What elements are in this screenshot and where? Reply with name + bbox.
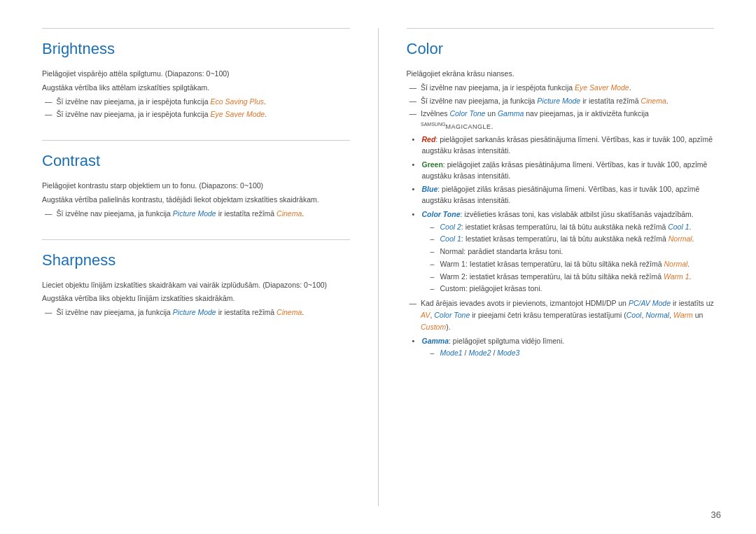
picture-mode-highlight: Picture Mode	[173, 209, 216, 218]
cinema-highlight: Cinema	[276, 209, 302, 218]
right-column: Color Pielāgojiet ekrāna krāsu nianses. …	[407, 28, 715, 506]
eye-saver-highlight: Eye Saver Mode	[211, 110, 265, 118]
contrast-title: Contrast	[42, 140, 350, 170]
cool-highlight: Cool	[626, 311, 642, 319]
color-note1: ― Šī izvēlne nav pieejama, ja ir iespējo…	[407, 82, 715, 94]
bullet-color-tone: Color Tone: izvēlieties krāsas toni, kas…	[412, 209, 715, 295]
warm-highlight: Warm	[673, 311, 693, 319]
bullet-blue: Blue: pielāgojiet zilās krāsas piesātinā…	[412, 184, 715, 206]
color-title: Color	[407, 28, 715, 58]
note-dash: ―	[410, 95, 417, 107]
brightness-section: Brightness Pielāgojiet vispārējo attēla …	[42, 28, 350, 120]
color-tone-highlight2: Color Tone	[434, 311, 470, 319]
bullet-red: Red: pielāgojiet sarkanās krāsas piesāti…	[412, 134, 715, 157]
gamma-bullet-list: Gamma: pielāgojiet spilgtuma vidējo līme…	[407, 336, 715, 360]
gamma-term: Gamma	[422, 337, 449, 345]
custom-highlight: Custom	[421, 323, 446, 331]
gamma-sublist: Mode1 / Mode2 / Mode3	[422, 348, 715, 359]
warm1-term: Warm 1	[440, 260, 465, 268]
cool2-term: Cool 2	[440, 223, 461, 231]
contrast-note1: ― Šī izvēlne nav pieejama, ja funkcija P…	[42, 208, 350, 220]
note-dash: ―	[410, 82, 417, 94]
color-section: Color Pielāgojiet ekrāna krāsu nianses. …	[407, 28, 715, 359]
gamma-highlight: Gamma	[498, 109, 524, 118]
eco-saving-highlight: Eco Saving Plus	[211, 97, 264, 106]
cool1-term: Cool 1	[440, 234, 461, 243]
picture-mode-highlight3: Picture Mode	[537, 97, 580, 105]
subitem-custom: Custom: pielāgojiet krāsas toni.	[430, 283, 715, 295]
color-tone-sublist: Cool 2: iestatiet krāsas temperatūru, la…	[422, 222, 715, 295]
blue-term: Blue	[422, 185, 438, 193]
cinema-highlight3: Cinema	[641, 97, 666, 105]
sharpness-body: Lieciet objektu līnijām izskatīties skai…	[42, 279, 350, 318]
bullet-gamma: Gamma: pielāgojiet spilgtuma vidējo līme…	[412, 336, 715, 360]
normal-term: Normal	[440, 247, 464, 255]
normal-ref2: Normal	[664, 260, 688, 268]
subitem-normal: Normal: parādiet standarta krāsu toni.	[430, 246, 715, 258]
color-note3: ― Izvēlnes Color Tone un Gamma nav pieej…	[407, 108, 715, 132]
warm2-term: Warm 2	[440, 272, 465, 281]
brightness-title: Brightness	[42, 28, 350, 58]
sharpness-note1: ― Šī izvēlne nav pieejama, ja funkcija P…	[42, 307, 350, 318]
av-highlight: AV	[421, 311, 430, 319]
contrast-p2: Augstāka vērtība palielinās kontrastu, t…	[42, 194, 350, 206]
left-column: Brightness Pielāgojiet vispārējo attēla …	[42, 28, 379, 506]
red-term: Red	[422, 135, 436, 143]
subitem-cool1: Cool 1: Iestatiet krāsas temperatūru, la…	[430, 234, 715, 245]
note-dash: ―	[410, 108, 417, 120]
brightness-note1-text: Šī izvēlne nav pieejama, ja ir iespējota…	[57, 96, 350, 108]
color-note4-text: Kad ārējais ievades avots ir pievienots,…	[421, 297, 714, 332]
sharpness-note1-text: Šī izvēlne nav pieejama, ja funkcija Pic…	[57, 307, 350, 318]
normal-ref: Normal	[668, 234, 692, 243]
contrast-section: Contrast Pielāgojiet kontrastu starp obj…	[42, 140, 350, 219]
contrast-body: Pielāgojiet kontrastu starp objektiem un…	[42, 180, 350, 219]
normal-highlight: Normal	[645, 311, 669, 319]
color-note2: ― Šī izvēlne nav pieejama, ja funkcija P…	[407, 95, 715, 107]
color-intro: Pielāgojiet ekrāna krāsu nianses.	[407, 68, 715, 80]
mode1-term: Mode1	[440, 349, 463, 357]
green-term: Green	[422, 160, 443, 169]
subitem-cool2: Cool 2: iestatiet krāsas temperatūru, la…	[430, 222, 715, 233]
page: Brightness Pielāgojiet vispārējo attēla …	[0, 0, 756, 534]
brightness-note2: ― Šī izvēlne nav pieejama, ja ir iespējo…	[42, 108, 350, 120]
brightness-body: Pielāgojiet vispārējo attēla spilgtumu. …	[42, 68, 350, 120]
color-note3-text: Izvēlnes Color Tone un Gamma nav pieejam…	[421, 108, 714, 132]
brightness-note1: ― Šī izvēlne nav pieejama, ja ir iespējo…	[42, 96, 350, 108]
subitem-modes: Mode1 / Mode2 / Mode3	[430, 348, 715, 359]
page-number: 36	[711, 510, 721, 520]
mode2-term: Mode2	[468, 349, 491, 357]
brightness-note2-text: Šī izvēlne nav pieejama, ja ir iespējota…	[57, 108, 350, 120]
picture-mode-highlight2: Picture Mode	[173, 308, 216, 316]
bullet-green: Green: pielāgojiet zaļās krāsas piesātin…	[412, 160, 715, 182]
brightness-p1: Pielāgojiet vispārējo attēla spilgtumu. …	[42, 68, 350, 80]
sharpness-p1: Lieciet objektu līnijām izskatīties skai…	[42, 279, 350, 291]
color-note2-text: Šī izvēlne nav pieejama, ja funkcija Pic…	[421, 95, 714, 107]
color-tone-term: Color Tone	[422, 210, 461, 218]
pc-av-mode-highlight: PC/AV Mode	[629, 299, 671, 307]
note-dash: ―	[410, 297, 417, 309]
subitem-warm1: Warm 1: Iestatiet krāsas temperatūru, la…	[430, 259, 715, 270]
note-dash: ―	[45, 96, 52, 108]
sharpness-p2: Augstāka vērtība liks objektu līnijām iz…	[42, 293, 350, 304]
color-note4: ― Kad ārējais ievades avots ir pievienot…	[407, 297, 715, 332]
color-note1-text: Šī izvēlne nav pieejama, ja ir iespējota…	[421, 82, 714, 94]
note-dash: ―	[45, 108, 52, 120]
subitem-warm2: Warm 2: iestatiet krāsas temperatūru, la…	[430, 272, 715, 283]
mode3-term: Mode3	[497, 349, 519, 357]
brightness-p2: Augstāka vērtība liks attēlam izskatītie…	[42, 82, 350, 94]
sharpness-title: Sharpness	[42, 239, 350, 269]
note-dash: ―	[45, 307, 52, 318]
custom-term: Custom	[440, 284, 465, 293]
color-tone-highlight: Color Tone	[449, 109, 485, 118]
brand-magic-angle: SAMSUNGMAGICAngle	[421, 122, 491, 130]
cinema-highlight2: Cinema	[276, 308, 302, 316]
eye-saver-highlight2: Eye Saver Mode	[575, 83, 629, 92]
contrast-note1-text: Šī izvēlne nav pieejama, ja funkcija Pic…	[57, 208, 350, 220]
contrast-p1: Pielāgojiet kontrastu starp objektiem un…	[42, 180, 350, 192]
sharpness-section: Sharpness Lieciet objektu līnijām izskat…	[42, 239, 350, 318]
warm1-ref: Warm 1	[664, 272, 690, 281]
note-dash: ―	[45, 208, 52, 220]
color-body: Pielāgojiet ekrāna krāsu nianses. ― Šī i…	[407, 68, 715, 359]
cool1-ref: Cool 1	[668, 223, 689, 231]
color-bullet-list: Red: pielāgojiet sarkanās krāsas piesāti…	[407, 134, 715, 295]
